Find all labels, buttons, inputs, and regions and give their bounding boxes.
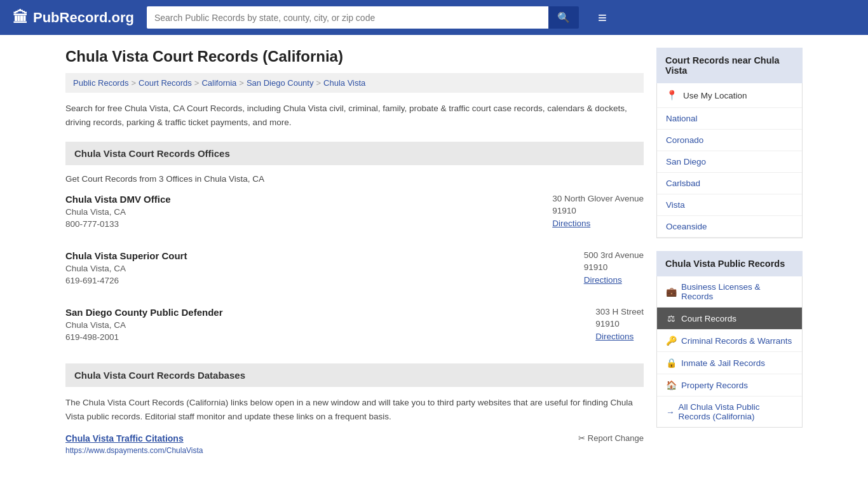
logo-icon: 🏛 (13, 9, 28, 27)
office-name-dmv: Chula Vista DMV Office (65, 194, 171, 205)
search-bar: 🔍 (147, 6, 579, 29)
report-change-button[interactable]: ✂ Report Change (578, 433, 644, 443)
db-link-traffic-citations[interactable]: Chula Vista Traffic Citations (65, 433, 184, 444)
sidebar-item-business-licenses[interactable]: 💼 Business Licenses & Records (657, 276, 802, 308)
breadcrumb-court-records[interactable]: Court Records (139, 78, 192, 88)
office-name-superior-court: Chula Vista Superior Court (65, 250, 187, 261)
sidebar-item-property-records[interactable]: 🏠 Property Records (657, 374, 802, 396)
scales-icon: ⚖ (666, 313, 676, 323)
office-address-superior-court: 500 3rd Avenue (584, 250, 644, 260)
databases-intro: The Chula Vista Court Records (Californi… (65, 396, 644, 423)
sidebar-item-inmate-label: Inmate & Jail Records (681, 358, 765, 368)
office-zip-public-defender: 91910 (595, 319, 644, 329)
sidebar-item-criminal-label: Criminal Records & Warrants (681, 336, 792, 346)
office-city-dmv: Chula Vista, CA (65, 207, 171, 217)
office-phone-public-defender: 619-498-2001 (65, 332, 223, 342)
db-url-traffic-citations: https://www.dspayments.com/ChulaVista (65, 446, 644, 455)
office-entry-superior-court: Chula Vista Superior Court Chula Vista, … (65, 250, 644, 292)
office-zip-superior-court: 91910 (584, 262, 644, 272)
page-intro: Search for free Chula Vista, CA Court Re… (65, 102, 644, 129)
site-header: 🏛 PubRecord.org 🔍 ≡ (0, 0, 868, 35)
office-phone-dmv: 800-777-0133 (65, 219, 171, 229)
directions-link-dmv[interactable]: Directions (552, 219, 590, 228)
sidebar-item-court-records[interactable]: ⚖ Court Records (657, 308, 802, 330)
sidebar-item-court-label: Court Records (681, 314, 736, 323)
public-records-section-header: Chula Vista Public Records (656, 251, 803, 276)
directions-link-superior-court[interactable]: Directions (584, 275, 622, 285)
logo-text: PubRecord.org (33, 10, 134, 26)
office-entry-dmv: Chula Vista DMV Office Chula Vista, CA 8… (65, 194, 644, 235)
content-area: Chula Vista Court Records (California) P… (65, 48, 644, 455)
sidebar-item-property-label: Property Records (681, 381, 748, 390)
all-link-label: All Chula Vista Public Records (Californ… (679, 402, 794, 421)
lock-icon: 🔒 (666, 358, 676, 368)
directions-link-public-defender[interactable]: Directions (595, 332, 634, 341)
nearby-list: 📍 Use My Location National Coronado San … (656, 83, 803, 238)
public-records-list: 💼 Business Licenses & Records ⚖ Court Re… (656, 276, 803, 428)
nearby-item-oceanside[interactable]: Oceanside (657, 216, 802, 238)
sidebar-item-criminal-records[interactable]: 🔑 Criminal Records & Warrants (657, 330, 802, 352)
db-entry-traffic-citations: Chula Vista Traffic Citations ✂ Report C… (65, 433, 644, 444)
main-container: Chula Vista Court Records (California) P… (53, 35, 815, 468)
nearby-item-coronado[interactable]: Coronado (657, 130, 802, 151)
site-logo[interactable]: 🏛 PubRecord.org (13, 9, 134, 27)
nearby-item-national[interactable]: National (657, 108, 802, 130)
arrow-right-icon: → (666, 407, 675, 417)
office-address-dmv: 30 North Glover Avenue (552, 194, 644, 203)
briefcase-icon: 💼 (666, 287, 676, 297)
report-icon: ✂ (578, 433, 585, 443)
home-icon: 🏠 (666, 380, 676, 390)
use-location-button[interactable]: 📍 Use My Location (657, 83, 802, 108)
sidebar-item-inmate-records[interactable]: 🔒 Inmate & Jail Records (657, 352, 802, 374)
location-icon: 📍 (666, 90, 678, 101)
databases-section-header: Chula Vista Court Records Databases (65, 363, 644, 387)
nearby-item-vista[interactable]: Vista (657, 194, 802, 216)
office-entry-public-defender: San Diego County Public Defender Chula V… (65, 307, 644, 348)
search-input[interactable] (147, 6, 548, 29)
breadcrumb: Public Records > Court Records > Califor… (65, 73, 644, 93)
office-name-public-defender: San Diego County Public Defender (65, 307, 223, 318)
office-zip-dmv: 91910 (552, 206, 644, 215)
breadcrumb-california[interactable]: California (201, 78, 236, 88)
nearby-section-header: Court Records near Chula Vista (656, 48, 803, 83)
office-phone-superior-court: 619-691-4726 (65, 276, 187, 285)
sidebar: Court Records near Chula Vista 📍 Use My … (656, 48, 803, 455)
offices-section-header: Chula Vista Court Records Offices (65, 142, 644, 165)
breadcrumb-public-records[interactable]: Public Records (73, 78, 128, 88)
nearby-item-san-diego[interactable]: San Diego (657, 151, 802, 173)
sidebar-item-business-label: Business Licenses & Records (681, 282, 793, 301)
search-button[interactable]: 🔍 (548, 6, 579, 29)
offices-intro: Get Court Records from 3 Offices in Chul… (65, 174, 644, 184)
nearby-item-carlsbad[interactable]: Carlsbad (657, 173, 802, 194)
hamburger-menu[interactable]: ≡ (598, 9, 607, 27)
breadcrumb-chula-vista[interactable]: Chula Vista (323, 78, 365, 88)
office-address-public-defender: 303 H Street (595, 307, 644, 316)
page-title: Chula Vista Court Records (California) (65, 48, 644, 65)
breadcrumb-san-diego-county[interactable]: San Diego County (247, 78, 314, 88)
use-location-label: Use My Location (683, 91, 747, 100)
all-public-records-link[interactable]: → All Chula Vista Public Records (Califo… (657, 396, 802, 427)
office-city-superior-court: Chula Vista, CA (65, 264, 187, 273)
key-icon: 🔑 (666, 336, 676, 346)
office-city-public-defender: Chula Vista, CA (65, 320, 223, 330)
